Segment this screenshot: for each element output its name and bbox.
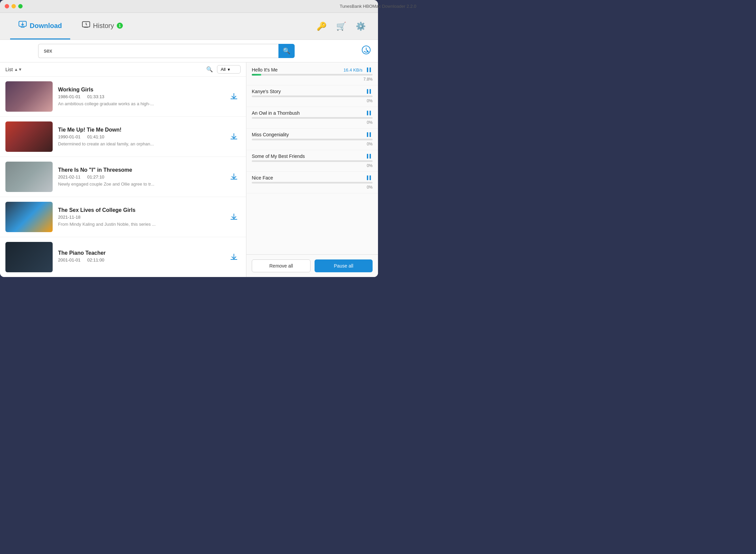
svg-rect-14 xyxy=(370,175,371,180)
pause-button[interactable] xyxy=(365,110,373,116)
pause-all-button[interactable]: Pause all xyxy=(315,259,373,272)
result-thumbnail xyxy=(5,242,53,272)
cart-icon: 🛒 xyxy=(336,22,346,31)
download-icon xyxy=(18,21,27,31)
download-item-header: An Owl in a Thornbush xyxy=(252,110,373,116)
filter-value: All xyxy=(221,67,225,72)
search-wrapper: 🔍 xyxy=(38,44,295,58)
pause-button[interactable] xyxy=(365,132,373,137)
pause-button[interactable] xyxy=(365,67,373,73)
tab-history-label: History xyxy=(93,22,114,30)
download-item-header: Kanye's Story xyxy=(252,89,373,94)
download-item-header: Some of My Best Friends xyxy=(252,154,373,159)
pause-button[interactable] xyxy=(365,154,373,159)
svg-rect-4 xyxy=(370,67,371,72)
result-duration: 01:41:10 xyxy=(87,134,105,139)
result-title: Tie Me Up! Tie Me Down! xyxy=(58,127,222,133)
close-button[interactable] xyxy=(5,4,9,8)
key-button[interactable]: 🔑 xyxy=(315,19,329,33)
download-item: Kanye's Story 0% xyxy=(246,85,378,107)
list-item: Tie Me Up! Tie Me Down! 1990-01-01 01:41… xyxy=(0,117,246,157)
search-input[interactable] xyxy=(38,44,278,58)
result-thumbnail xyxy=(5,121,53,152)
download-item: Hello It's Me 16.4 KB/s 7.8% xyxy=(246,64,378,85)
tab-history[interactable]: History 1 xyxy=(74,13,131,39)
sort-icon[interactable]: ▲▼ xyxy=(14,67,22,72)
result-duration: 01:33:13 xyxy=(87,94,105,99)
remove-all-button[interactable]: Remove all xyxy=(252,259,310,272)
download-speed: 16.4 KB/s xyxy=(344,67,362,73)
result-thumbnail xyxy=(5,81,53,112)
list-search-icon[interactable]: 🔍 xyxy=(206,66,213,73)
download-item-title: Miss Congeniality xyxy=(252,132,289,137)
list-item: Working Girls 1986-01-01 01:33:13 An amb… xyxy=(0,77,246,117)
list-text: List xyxy=(5,67,13,72)
settings-button[interactable]: ⚙️ xyxy=(354,19,368,33)
result-date: 2001-01-01 xyxy=(58,257,81,262)
search-button[interactable]: 🔍 xyxy=(278,44,295,58)
result-duration: 02:11:00 xyxy=(87,257,105,262)
download-item-button[interactable] xyxy=(227,210,241,224)
minimize-button[interactable] xyxy=(11,4,16,8)
svg-rect-7 xyxy=(367,111,368,115)
download-item-button[interactable] xyxy=(227,250,241,264)
history-icon xyxy=(82,21,90,31)
svg-rect-9 xyxy=(367,132,368,137)
svg-rect-10 xyxy=(370,132,371,137)
toolbar: Download History 1 🔑 🛒 xyxy=(0,13,378,40)
list-item: The Piano Teacher 2001-01-01 02:11:00 xyxy=(0,237,246,277)
bottom-actions: Remove all Pause all xyxy=(246,254,378,277)
result-info: There Is No "I" in Threesome 2021-02-11 … xyxy=(58,167,222,187)
download-item-button[interactable] xyxy=(227,90,241,103)
progress-bar-bg xyxy=(252,139,373,140)
download-percent: 7.8% xyxy=(252,77,373,82)
tab-download-label: Download xyxy=(30,22,62,30)
list-controls: List ▲▼ 🔍 All ▼ xyxy=(0,62,246,77)
result-meta: 2021-11-18 xyxy=(58,215,222,220)
result-date: 2021-11-18 xyxy=(58,215,81,220)
tab-download[interactable]: Download xyxy=(10,13,70,39)
toolbar-actions: 🔑 🛒 ⚙️ xyxy=(315,19,368,33)
cart-button[interactable]: 🛒 xyxy=(334,19,348,33)
download-list: Hello It's Me 16.4 KB/s 7.8% Kanye's Sto… xyxy=(246,62,378,254)
result-info: The Piano Teacher 2001-01-01 02:11:00 xyxy=(58,250,222,265)
download-item: Some of My Best Friends 0% xyxy=(246,150,378,172)
progress-bar-bg xyxy=(252,182,373,184)
result-duration: 01:27:10 xyxy=(87,174,105,179)
pause-button[interactable] xyxy=(365,89,373,94)
result-meta: 2001-01-01 02:11:00 xyxy=(58,257,222,262)
traffic-lights xyxy=(5,4,23,8)
download-percent: 0% xyxy=(252,142,373,146)
svg-rect-5 xyxy=(367,89,368,94)
result-info: Tie Me Up! Tie Me Down! 1990-01-01 01:41… xyxy=(58,127,222,146)
download-item-button[interactable] xyxy=(227,130,241,143)
pause-button[interactable] xyxy=(365,175,373,181)
result-info: The Sex Lives of College Girls 2021-11-1… xyxy=(58,207,222,227)
download-item-button[interactable] xyxy=(227,170,241,184)
progress-bar-bg xyxy=(252,74,373,76)
download-item-header: Nice Face xyxy=(252,175,373,181)
app-window: TunesBank HBOMax Downloader 2.2.0 Downlo… xyxy=(0,0,378,277)
download-percent: 0% xyxy=(252,163,373,168)
result-thumbnail xyxy=(5,202,53,232)
svg-rect-3 xyxy=(367,67,368,72)
result-meta: 1990-01-01 01:41:10 xyxy=(58,134,222,139)
nav-tabs: Download History 1 xyxy=(10,13,131,39)
result-thumbnail xyxy=(5,162,53,192)
results-list: Working Girls 1986-01-01 01:33:13 An amb… xyxy=(0,77,246,277)
window-title: TunesBank HBOMax Downloader 2.2.0 xyxy=(340,4,378,9)
download-item-title: Some of My Best Friends xyxy=(252,154,305,159)
list-item: There Is No "I" in Threesome 2021-02-11 … xyxy=(0,157,246,197)
download-percent: 0% xyxy=(252,99,373,103)
maximize-button[interactable] xyxy=(18,4,23,8)
search-bar: 🔍 xyxy=(0,40,378,62)
download-item: Nice Face 0% xyxy=(246,172,378,193)
search-icon: 🔍 xyxy=(283,47,290,55)
result-description: From Mindy Kaling and Justin Noble, this… xyxy=(58,222,222,227)
filter-dropdown[interactable]: All ▼ xyxy=(217,65,241,74)
result-title: The Piano Teacher xyxy=(58,250,222,256)
download-item-title: An Owl in a Thornbush xyxy=(252,110,300,116)
progress-bar-bg xyxy=(252,95,373,97)
refresh-download-icon[interactable] xyxy=(361,45,371,57)
result-title: Working Girls xyxy=(58,87,222,93)
